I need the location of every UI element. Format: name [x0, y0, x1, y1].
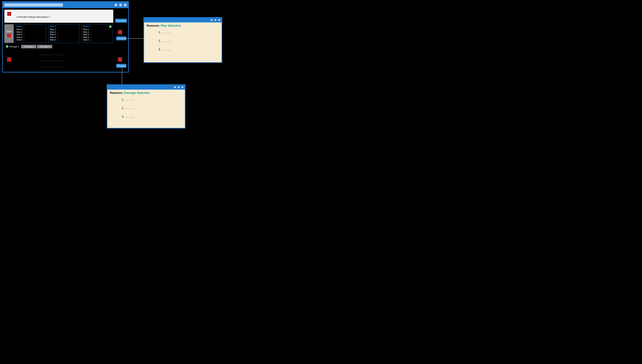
callout-marker-1: 1 [7, 12, 11, 16]
plan-3-step: Step-5: ... [83, 38, 111, 41]
reasons-passage-popup: Reasons: Passage Selection …. …. …. …. …… [107, 84, 186, 128]
window-control-min-icon[interactable] [210, 19, 213, 21]
plan-3-step: Step-3: ... [83, 33, 111, 36]
plan-2-step: Step-5: ... [50, 38, 78, 41]
passage-line: … …. …. …. ….. …. [39, 57, 63, 63]
passage-tab-1-label: Passage-1 [9, 46, 19, 48]
plan-3-step: Step-2: ... [83, 31, 111, 34]
popup-passage-list: …. …. …. …. …. …. [126, 98, 182, 118]
popup-plan-heading: Reasons: Plan Selection [146, 24, 219, 28]
plan-1-step: Step-5: ... [16, 38, 45, 41]
plans-label-text: Plans [6, 30, 12, 32]
popup-plan-prefix: Reasons: [146, 24, 161, 27]
plan-1-step: Step-2: ... [16, 31, 45, 34]
window-control-close-icon[interactable] [218, 19, 220, 21]
generate-button[interactable]: Generate [115, 19, 127, 23]
popup-passage-heading: Reasons: Passage Selection [110, 91, 182, 94]
plan-1-step: Step-1: ... [16, 28, 45, 31]
popup-plan-titlebar [144, 18, 222, 22]
plans-sidebar-label: Plans 2 [4, 24, 14, 43]
window-control-max-icon[interactable] [214, 19, 216, 21]
selected-check-icon: ✓ [6, 45, 8, 48]
plan-3-step: Step-4: ... [83, 36, 111, 38]
plan-2-step: Step-3: ... [50, 33, 78, 36]
main-window: <<Provide writeup instructions>> 1 Gener… [2, 1, 129, 72]
plan-3-step: Step-1: ... [83, 28, 111, 31]
plan-3-title: Plan-3 [83, 25, 111, 28]
passage-line: … …. …. …. ….. …. [39, 63, 63, 69]
instruction-input[interactable]: <<Provide writeup instructions>> [4, 10, 113, 23]
main-titlebar [3, 2, 128, 8]
window-control-close-icon[interactable] [181, 86, 184, 88]
selected-check-icon: ✓ [109, 25, 112, 28]
passage-line: … …. …. …. ….. …. [39, 51, 63, 57]
window-control-min-icon[interactable] [174, 86, 176, 88]
instruction-placeholder: <<Provide writeup instructions>> [16, 16, 50, 18]
plan-2-step: Step-1: ... [50, 28, 78, 31]
plan-1-step: Step-4: ... [16, 36, 45, 38]
connector-line [122, 67, 122, 84]
plan-card-3[interactable]: ✓ Plan-3 Step-1: ... Step-2: ... Step-3:… [82, 24, 113, 43]
list-item: …. …. [162, 31, 219, 34]
window-control-close-icon[interactable] [124, 3, 127, 7]
plan-2-title: Plan-2 [50, 25, 78, 28]
plan-2-step: Step-2: ... [50, 31, 78, 34]
list-item: …. …. [126, 98, 182, 101]
popup-passage-title: Passage Selection [124, 91, 150, 94]
passage-content: … …. …. …. ….. …. … …. …. …. ….. …. … ….… [39, 51, 63, 69]
popup-plan-title: Plan Selection [161, 24, 181, 27]
plan-1-title: Plan-1 [16, 25, 45, 28]
window-control-max-icon[interactable] [178, 86, 180, 88]
plan-2-step: Step-4: ... [50, 36, 78, 38]
popup-passage-titlebar [107, 85, 185, 90]
plan-card-2[interactable]: Plan-2 Step-1: ... Step-2: ... Step-3: .… [48, 24, 79, 43]
address-bar[interactable] [4, 3, 63, 7]
window-control-max-icon[interactable] [119, 3, 122, 7]
reasons-passage-button[interactable]: Reasons [116, 64, 126, 68]
passage-tab-1[interactable]: ✓ Passage-1 [4, 45, 20, 48]
callout-marker-3: 3 [7, 58, 11, 62]
popup-passage-prefix: Reasons: [110, 91, 124, 94]
passage-tabs: ✓ Passage-1 Passage-2 Passage-3 [4, 44, 52, 48]
callout-marker-5: 5 [118, 58, 122, 62]
passage-tab-3[interactable]: Passage-3 [37, 45, 52, 48]
list-item: …. …. [162, 48, 219, 51]
reasons-plan-popup: Reasons: Plan Selection …. …. …. …. …. …… [144, 17, 222, 63]
window-control-min-icon[interactable] [114, 3, 118, 7]
plan-card-1[interactable]: Plan-1 Step-1: ... Step-2: ... Step-3: .… [15, 24, 46, 43]
callout-marker-2: 2 [7, 34, 11, 38]
connector-line [124, 38, 144, 39]
popup-plan-list: …. …. …. …. …. …. [162, 31, 219, 51]
list-item: …. …. [126, 115, 182, 118]
plan-1-step: Step-3: ... [16, 33, 45, 36]
list-item: …. …. [162, 39, 219, 42]
passage-tab-2[interactable]: Passage-2 [21, 45, 36, 48]
callout-marker-4: 4 [118, 30, 122, 34]
list-item: …. …. [126, 106, 182, 110]
